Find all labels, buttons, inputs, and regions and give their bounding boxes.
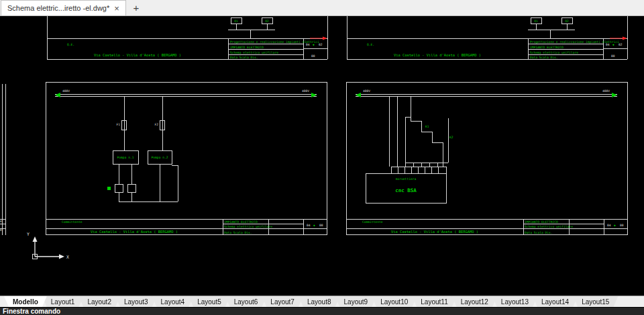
- tab-layout3[interactable]: Layout3: [115, 296, 157, 307]
- frame-left-shell: 400V 400V IMPIANTO ELETTRICO Schema elet…: [46, 83, 327, 235]
- ucs-y-label: Y: [27, 232, 30, 237]
- red-arrow-icon: [323, 37, 327, 40]
- frame-right-schematic: K1 K2 morsettiera cnc BSA: [366, 96, 453, 203]
- command-window-bar[interactable]: Finestra comando: [0, 307, 644, 315]
- new-tab-button[interactable]: +: [128, 0, 144, 15]
- strip-label: morsettiera: [396, 177, 417, 181]
- sheet-number: 00: [0, 228, 2, 232]
- frame-left-schematic: F1 F2 Pompa n.1 Pompa n.2: [107, 96, 178, 201]
- tab-layout13[interactable]: Layout13: [492, 296, 537, 307]
- layout-tab-bar: Modello Layout1 Layout2 Layout3 Layout4 …: [0, 296, 644, 307]
- relay-label: Q1: [234, 19, 238, 23]
- frame-right-shell: [347, 83, 628, 235]
- fuse-label: F2: [154, 123, 158, 126]
- titleblock-row: IMPIANTO ELETTRICO: [230, 46, 264, 49]
- tab-layout9[interactable]: Layout9: [335, 296, 377, 307]
- tab-layout7[interactable]: Layout7: [262, 296, 303, 307]
- left-edge-fragment: 04 ◆ 00: [0, 84, 5, 235]
- titleblock-row: Data Scala Dis.: [230, 56, 258, 59]
- tab-layout15[interactable]: Layout15: [573, 296, 618, 307]
- sheet-number: 04: [307, 224, 311, 227]
- sheet-top-left: Q1 Q2 Q.E. Progettazione e realizzazione…: [47, 16, 327, 59]
- sheet-number: 00: [319, 224, 323, 227]
- bus-arrow-icon: [311, 93, 317, 97]
- tab-layout10[interactable]: Layout10: [372, 296, 417, 307]
- tab-layout12[interactable]: Layout12: [452, 296, 497, 307]
- titleblock-row: Data Scala Dis.: [224, 231, 252, 234]
- ucs-icon: Y X: [27, 232, 69, 260]
- relay-label: Q2: [265, 19, 269, 23]
- contact-label: K2: [449, 136, 453, 139]
- project-title: Via Castello - Villa d'Aosta ( BERGAMO ): [94, 53, 181, 57]
- contact-label: K1: [425, 125, 429, 128]
- client-label: Committente: [62, 220, 83, 224]
- bus-label: 400V: [62, 89, 70, 93]
- tab-layout6[interactable]: Layout6: [225, 296, 267, 307]
- ucs-y-arrow-icon: [33, 236, 38, 242]
- sheet-number: 04: [306, 43, 310, 46]
- diamond-icon: ◆: [313, 43, 315, 46]
- drawing-canvas[interactable]: Q1 Q2 Q.E. Progettazione e realizzazione…: [0, 16, 644, 296]
- tab-layout1[interactable]: Layout1: [42, 296, 84, 307]
- command-window-label: Finestra comando: [3, 308, 60, 315]
- device-label: Pompa n.2: [152, 156, 168, 159]
- close-icon[interactable]: ×: [114, 4, 119, 13]
- titleblock-row: Schema elettrico unifilare: [230, 51, 278, 54]
- tab-modello[interactable]: Modello: [4, 296, 47, 307]
- titleblock-row: IMPIANTO ELETTRICO: [224, 220, 258, 224]
- tab-layout4[interactable]: Layout4: [152, 296, 194, 307]
- device-label: Pompa n.1: [117, 156, 134, 159]
- titleblock-row: Schema elettrico unifilare: [224, 225, 272, 228]
- sheet-number: 04: [0, 220, 2, 223]
- device-title: cnc BSA: [395, 187, 417, 193]
- tab-layout2[interactable]: Layout2: [78, 296, 120, 307]
- tab-layout11[interactable]: Layout11: [412, 296, 456, 307]
- file-tab-label: Schema elettric...iretto -el.dwg*: [7, 4, 109, 12]
- tab-layout14[interactable]: Layout14: [533, 296, 578, 307]
- tab-layout5[interactable]: Layout5: [189, 296, 230, 307]
- ucs-x-arrow-icon: [59, 255, 64, 259]
- project-title: Via Castello - Villa d'Aosta ( BERGAMO ): [91, 230, 178, 234]
- sheet-number: 02: [319, 43, 323, 46]
- sheet-number: 00: [311, 54, 315, 58]
- tab-layout8[interactable]: Layout8: [299, 296, 340, 307]
- drawing-svg: Q1 Q2 Q.E. Progettazione e realizzazione…: [0, 16, 644, 296]
- fuse-label: F1: [116, 123, 120, 126]
- panel-label: Q.E.: [67, 43, 74, 46]
- green-marker-icon: [107, 187, 111, 190]
- sheet-top-right: [347, 16, 627, 59]
- ucs-x-label: X: [66, 255, 69, 260]
- bus-label: 400V: [302, 89, 309, 93]
- bus-arrow-icon: [55, 93, 60, 97]
- file-tab-bar: Schema elettric...iretto -el.dwg* × +: [0, 0, 644, 16]
- diamond-icon: ◆: [313, 224, 315, 227]
- file-tab[interactable]: Schema elettric...iretto -el.dwg* ×: [1, 0, 126, 15]
